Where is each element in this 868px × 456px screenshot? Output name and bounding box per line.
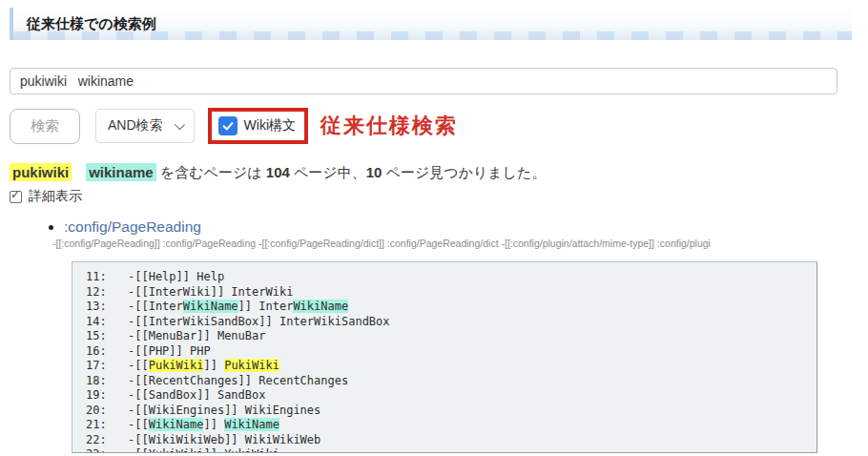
result-list-item: :config/PageReading -[[:config/PageReadi… [64,218,852,249]
checkmark-icon [221,119,235,133]
code-line: 14:-[[InterWikiSandBox]] InterWikiSandBo… [86,315,816,330]
code-line: 19:-[[SandBox]] SandBox [86,388,816,404]
keyword-highlight-cyan: wikiname [86,163,156,181]
code-text: -[[MenuBar]] MenuBar [128,329,266,342]
code-line-number: 17: [86,359,128,374]
search-input[interactable] [10,68,837,94]
code-line-number: 22: [86,433,128,448]
code-line-number: 14: [86,315,128,330]
code-highlight-yellow: PukiWiki [149,359,204,372]
code-line: 13:-[[InterWikiName]] InterWikiName [86,300,816,315]
code-text: -[[Inter [128,300,183,313]
code-highlight-cyan: WikiName [183,300,238,313]
code-line-number: 12: [86,285,128,301]
found-pages-count: 10 [366,164,382,180]
code-line-number: 19: [86,388,128,404]
code-line-content: -[[PukiWiki]] PukiWiki [128,359,279,374]
code-line-content: -[[InterWiki]] InterWiki [128,285,293,301]
wiki-syntax-checkbox[interactable] [218,116,238,135]
code-line-content: -[[PHP]] PHP [128,344,211,360]
code-line: 15:-[[MenuBar]] MenuBar [86,329,816,344]
detail-toggle-row: 詳細表示 [10,188,852,205]
code-block: 11:-[[Help]] Help12:-[[InterWiki]] Inter… [72,261,817,453]
code-text: -[[PHP]] PHP [128,344,211,358]
code-text: ]] [203,359,224,372]
annotation-text: 従来仕様検索 [320,112,458,140]
code-highlight-cyan: WikiName [224,418,279,431]
code-line-content: -[[WikiWikiWeb]] WikiWikiWeb [128,433,320,448]
code-line-number: 15: [86,329,128,344]
code-line: 23:-[[YukiWiki]] YukiWiki [86,447,816,453]
detail-checkbox[interactable] [10,191,22,203]
chevron-down-icon [174,119,184,130]
code-line-number: 13: [86,300,128,315]
code-highlight-yellow: PukiWiki [224,359,279,372]
code-line: 18:-[[RecentChanges]] RecentChanges [86,374,816,389]
summary-text: ページ中、 [290,164,366,180]
code-text: ]] [203,418,224,431]
section-heading: 従来仕様での検索例 [10,8,852,40]
code-text: -[[InterWiki]] InterWiki [128,285,293,299]
code-highlight-cyan: WikiName [293,300,348,313]
search-mode-select[interactable]: AND検索 [95,109,195,143]
code-line: 20:-[[WikiEngines]] WikiEngines [86,404,816,419]
code-line-content: -[[RecentChanges]] RecentChanges [128,374,348,389]
search-controls: 検索 AND検索 Wiki構文 従来仕様検索 [10,107,852,145]
code-text: -[[SandBox]] SandBox [128,388,266,402]
detail-checkbox-label: 詳細表示 [29,188,82,205]
code-line-content: -[[InterWikiSandBox]] InterWikiSandBox [128,315,390,330]
code-line-number: 21: [86,418,128,433]
search-button[interactable]: 検索 [10,109,80,144]
code-line: 11:-[[Help]] Help [86,270,816,285]
wiki-syntax-label: Wiki構文 [244,117,296,135]
code-line-content: -[[Help]] Help [128,270,224,285]
code-text: ]] Inter [238,300,294,313]
code-text: -[[Help]] Help [128,270,224,283]
result-summary: pukiwikiwikiname を含むページは 104 ページ中、10 ページ… [10,164,852,182]
code-line-content: -[[InterWikiName]] InterWikiName [128,300,348,315]
code-text: -[[InterWikiSandBox]] InterWikiSandBox [128,315,390,328]
code-line-content: -[[SandBox]] SandBox [128,388,266,404]
result-list: :config/PageReading -[[:config/PageReadi… [10,218,852,249]
code-text: -[[WikiWikiWeb]] WikiWikiWeb [128,433,320,446]
code-line: 22:-[[WikiWikiWeb]] WikiWikiWeb [86,433,816,448]
code-text: -[[RecentChanges]] RecentChanges [128,374,348,387]
keyword-highlight-yellow: pukiwiki [10,163,72,181]
page: 従来仕様での検索例 検索 AND検索 Wiki構文 従来仕様検索 pukiwik… [0,0,868,456]
code-line: 17:-[[PukiWiki]] PukiWiki [86,359,816,374]
code-line: 21:-[[WikiName]] WikiName [86,418,816,433]
total-pages-count: 104 [266,164,290,180]
code-text: -[[ [128,359,149,372]
code-text: -[[WikiEngines]] WikiEngines [128,404,320,417]
code-line: 16:-[[PHP]] PHP [86,344,816,360]
code-line-content: -[[WikiEngines]] WikiEngines [128,404,320,419]
code-highlight-cyan: WikiName [149,418,204,431]
code-line-number: 20: [86,404,128,419]
code-text: -[[ [128,418,149,431]
annotation-red-box: Wiki構文 [208,108,308,144]
code-line-content: -[[YukiWiki]] YukiWiki [128,447,279,453]
code-line-content: -[[MenuBar]] MenuBar [128,329,266,344]
code-line-content: -[[WikiName]] WikiName [128,418,279,433]
code-text: -[[YukiWiki]] YukiWiki [128,447,279,453]
code-line-number: 23: [86,447,128,453]
code-line: 12:-[[InterWiki]] InterWiki [86,285,816,301]
code-line-number: 11: [86,270,128,285]
search-mode-value: AND検索 [108,117,163,135]
summary-text: ページ見つかりました。 [382,164,546,180]
summary-text: を含むページは [156,164,266,180]
code-line-number: 16: [86,344,128,360]
result-page-link[interactable]: :config/PageReading [64,218,201,235]
result-excerpt: -[[:config/PageReading]] :config/PageRea… [52,238,852,249]
code-line-number: 18: [86,374,128,389]
